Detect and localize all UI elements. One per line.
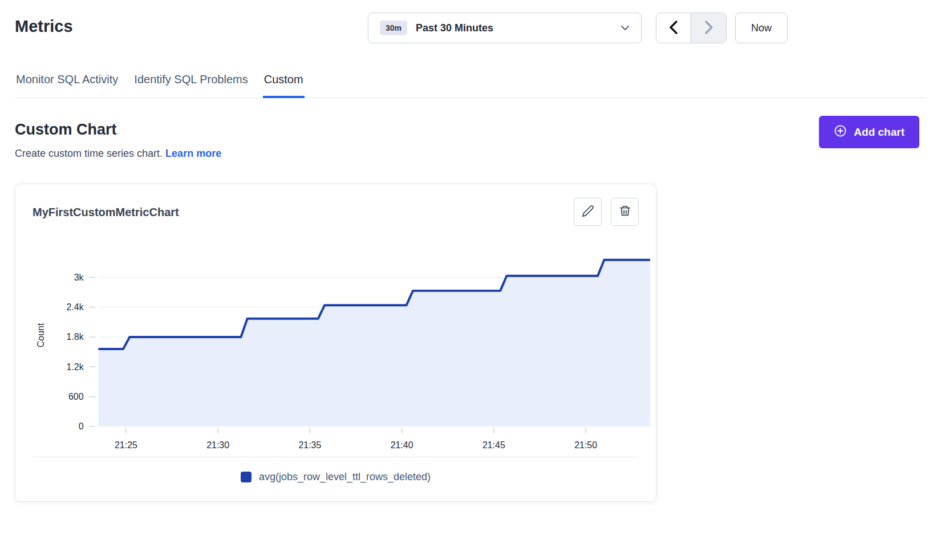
chart-legend[interactable]: avg(jobs_row_level_ttl_rows_deleted) — [33, 457, 639, 494]
legend-swatch — [241, 472, 252, 482]
now-button[interactable]: Now — [735, 13, 788, 43]
time-range-select[interactable]: 30m Past 30 Minutes — [368, 13, 642, 43]
custom-chart-section-header: Custom Chart Add chart — [15, 121, 926, 139]
svg-text:1.2k: 1.2k — [66, 362, 83, 372]
add-chart-label: Add chart — [854, 126, 905, 139]
tab-custom[interactable]: Custom — [263, 71, 305, 98]
edit-chart-button[interactable] — [574, 198, 602, 226]
time-nav-group — [656, 13, 727, 43]
svg-text:21:50: 21:50 — [574, 440, 597, 450]
chevron-right-icon — [704, 20, 714, 36]
metrics-page: Metrics 30m Past 30 Minutes — [0, 0, 941, 502]
svg-text:21:30: 21:30 — [206, 440, 229, 450]
svg-text:Count: Count — [36, 323, 46, 347]
tab-monitor-sql-activity[interactable]: Monitor SQL Activity — [15, 71, 119, 98]
chevron-down-icon — [620, 23, 630, 33]
svg-text:3k: 3k — [74, 273, 84, 282]
time-range-label: Past 30 Minutes — [416, 22, 620, 34]
pencil-icon — [582, 205, 594, 219]
chart-card-header: MyFirstCustomMetricChart — [33, 198, 639, 226]
svg-text:21:35: 21:35 — [298, 440, 321, 450]
section-description: Create custom time series chart. Learn m… — [15, 148, 926, 160]
svg-text:21:25: 21:25 — [115, 440, 137, 450]
svg-text:21:40: 21:40 — [391, 440, 413, 450]
time-range-badge: 30m — [380, 21, 407, 35]
tab-identify-sql-problems[interactable]: Identify SQL Problems — [133, 71, 249, 98]
chart-title: MyFirstCustomMetricChart — [33, 198, 179, 219]
custom-chart-card: MyFirstCustomMetricChart 06001.2k1.8k2.4… — [15, 184, 656, 502]
time-series-chart: 06001.2k1.8k2.4k3k21:2521:3021:3521:4021… — [18, 238, 656, 453]
svg-text:21:45: 21:45 — [482, 440, 505, 450]
svg-text:600: 600 — [68, 392, 84, 401]
chevron-left-icon — [668, 20, 679, 36]
time-controls: 30m Past 30 Minutes Now — [368, 13, 788, 43]
svg-text:2.4k: 2.4k — [66, 302, 83, 312]
metrics-tabs: Monitor SQL Activity Identify SQL Proble… — [15, 71, 926, 98]
time-prev-button[interactable] — [656, 13, 691, 43]
trash-icon — [619, 205, 631, 219]
time-next-button[interactable] — [691, 13, 726, 43]
section-description-text: Create custom time series chart. — [15, 148, 163, 159]
learn-more-link[interactable]: Learn more — [165, 148, 221, 159]
plus-circle-icon — [834, 124, 847, 140]
add-chart-button[interactable]: Add chart — [819, 116, 919, 148]
legend-label: avg(jobs_row_level_ttl_rows_deleted) — [259, 471, 431, 483]
svg-text:1.8k: 1.8k — [66, 332, 83, 342]
svg-text:0: 0 — [79, 421, 84, 431]
page-header: Metrics 30m Past 30 Minutes — [15, 0, 926, 55]
chart-actions — [574, 198, 639, 226]
section-title: Custom Chart — [15, 121, 926, 139]
delete-chart-button[interactable] — [611, 198, 639, 226]
